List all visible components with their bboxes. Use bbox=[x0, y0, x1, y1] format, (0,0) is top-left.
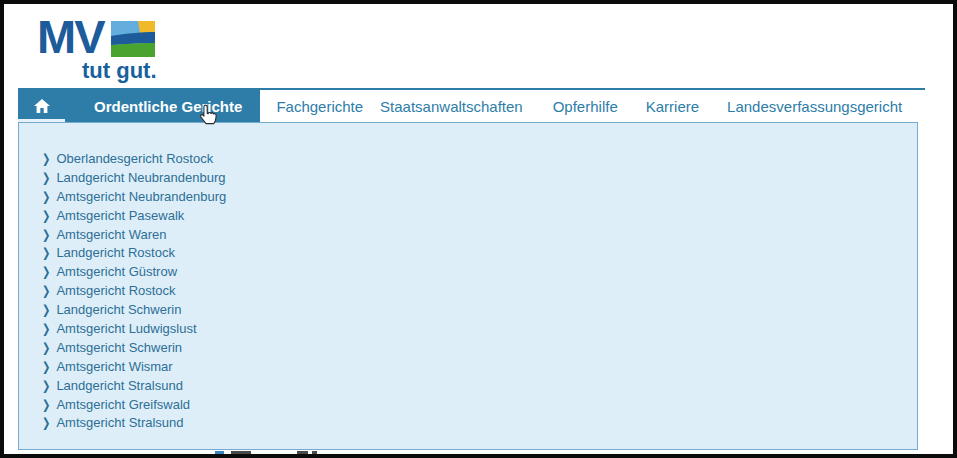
courts-dropdown-panel: ❯ Oberlandesgericht Rostock ❯ Landgerich… bbox=[18, 122, 918, 450]
court-link[interactable]: ❯ Amtsgericht Rostock bbox=[42, 281, 917, 300]
court-link[interactable]: ❯ Amtsgericht Greifswald bbox=[42, 395, 917, 414]
court-link[interactable]: ❯ Amtsgericht Stralsund bbox=[42, 413, 917, 432]
chevron-right-icon: ❯ bbox=[42, 359, 50, 373]
court-link[interactable]: ❯ Oberlandesgericht Rostock bbox=[42, 149, 917, 168]
court-link-label: Landgericht Neubrandenburg bbox=[56, 170, 225, 185]
nav-active-group: Ordentliche Gerichte bbox=[18, 90, 260, 122]
chevron-right-icon: ❯ bbox=[42, 340, 50, 354]
nav-item-karriere[interactable]: Karriere bbox=[646, 98, 699, 115]
clipped-bottom-content bbox=[215, 451, 317, 454]
court-link-label: Amtsgericht Rostock bbox=[56, 283, 175, 298]
court-link-label: Amtsgericht Wismar bbox=[56, 359, 172, 374]
nav-item-opferhilfe[interactable]: Opferhilfe bbox=[553, 98, 618, 115]
court-link[interactable]: ❯ Landgericht Stralsund bbox=[42, 376, 917, 395]
browser-screenshot-frame: MV tut gut. Ordentliche Gerichte bbox=[0, 0, 957, 458]
page: MV tut gut. Ordentliche Gerichte bbox=[4, 4, 953, 454]
court-link[interactable]: ❯ Amtsgericht Ludwigslust bbox=[42, 319, 917, 338]
court-link-label: Amtsgericht Greifswald bbox=[56, 397, 190, 412]
home-button[interactable] bbox=[18, 90, 66, 122]
court-link[interactable]: ❯ Landgericht Schwerin bbox=[42, 300, 917, 319]
chevron-right-icon: ❯ bbox=[42, 303, 50, 317]
site-logo[interactable]: MV tut gut. bbox=[37, 14, 257, 88]
court-link[interactable]: ❯ Amtsgericht Neubrandenburg bbox=[42, 187, 917, 206]
court-link-label: Amtsgericht Stralsund bbox=[56, 415, 183, 430]
court-link-label: Landgericht Schwerin bbox=[56, 302, 181, 317]
court-link[interactable]: ❯ Amtsgericht Waren bbox=[42, 225, 917, 244]
home-icon bbox=[34, 99, 50, 113]
chevron-right-icon: ❯ bbox=[42, 397, 50, 411]
logo-row: MV bbox=[37, 14, 257, 60]
chevron-right-icon: ❯ bbox=[42, 284, 50, 298]
chevron-right-icon: ❯ bbox=[42, 416, 50, 430]
court-link[interactable]: ❯ Amtsgericht Schwerin bbox=[42, 338, 917, 357]
clipped-blue-icon bbox=[215, 451, 224, 454]
court-link-label: Amtsgericht Waren bbox=[56, 227, 166, 242]
nav-item-fachgerichte[interactable]: Fachgerichte bbox=[276, 98, 363, 115]
chevron-right-icon: ❯ bbox=[42, 246, 50, 260]
chevron-right-icon: ❯ bbox=[42, 208, 50, 222]
court-link-label: Amtsgericht Neubrandenburg bbox=[56, 189, 226, 204]
court-link-label: Amtsgericht Schwerin bbox=[56, 340, 182, 355]
court-link[interactable]: ❯ Amtsgericht Wismar bbox=[42, 357, 917, 376]
nav-item-staatsanwaltschaften[interactable]: Staatsanwaltschaften bbox=[380, 98, 523, 115]
chevron-right-icon: ❯ bbox=[42, 170, 50, 184]
chevron-right-icon: ❯ bbox=[42, 378, 50, 392]
court-link[interactable]: ❯ Landgericht Rostock bbox=[42, 243, 917, 262]
court-link-label: Oberlandesgericht Rostock bbox=[56, 151, 213, 166]
chevron-right-icon: ❯ bbox=[42, 322, 50, 336]
clipped-text-fragment bbox=[312, 451, 317, 454]
nav-item-ordentliche-gerichte[interactable]: Ordentliche Gerichte bbox=[66, 98, 246, 115]
chevron-right-icon: ❯ bbox=[42, 152, 50, 166]
court-link[interactable]: ❯ Landgericht Neubrandenburg bbox=[42, 168, 917, 187]
court-link[interactable]: ❯ Amtsgericht Güstrow bbox=[42, 262, 917, 281]
clipped-text-fragment bbox=[297, 451, 308, 454]
chevron-right-icon: ❯ bbox=[42, 265, 50, 279]
court-link-label: Amtsgericht Güstrow bbox=[56, 264, 177, 279]
clipped-text-fragment bbox=[231, 451, 251, 454]
court-link-label: Amtsgericht Pasewalk bbox=[56, 208, 184, 223]
logo-tagline: tut gut. bbox=[82, 58, 257, 84]
logo-text: MV bbox=[37, 14, 104, 60]
main-navigation: Ordentliche Gerichte Fachgerichte Staats… bbox=[18, 88, 925, 122]
chevron-right-icon: ❯ bbox=[42, 189, 50, 203]
chevron-right-icon: ❯ bbox=[42, 227, 50, 241]
court-link-label: Landgericht Stralsund bbox=[56, 378, 182, 393]
nav-item-landesverfassungsgericht[interactable]: Landesverfassungsgericht bbox=[727, 98, 902, 115]
mv-flag-icon bbox=[111, 21, 155, 57]
court-link[interactable]: ❯ Amtsgericht Pasewalk bbox=[42, 206, 917, 225]
court-link-label: Landgericht Rostock bbox=[56, 245, 175, 260]
court-link-label: Amtsgericht Ludwigslust bbox=[56, 321, 196, 336]
